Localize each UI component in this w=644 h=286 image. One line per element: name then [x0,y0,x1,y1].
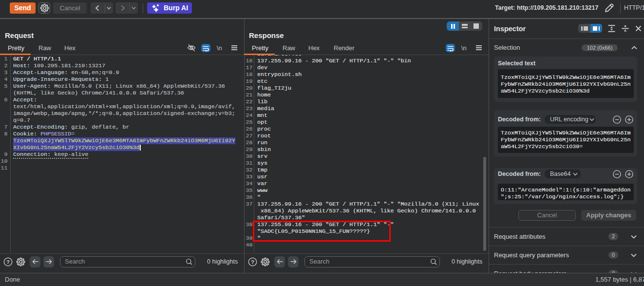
svg-text:?: ? [6,259,9,265]
svg-text:?: ? [250,259,254,265]
